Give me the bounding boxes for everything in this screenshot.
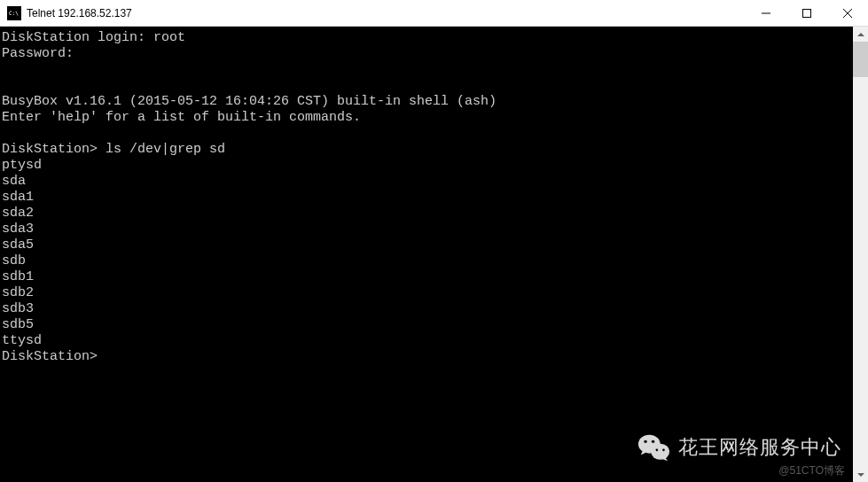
window-controls <box>746 0 868 26</box>
scrollbar-down-button[interactable] <box>853 467 868 482</box>
svg-marker-7 <box>857 473 864 477</box>
svg-line-5 <box>843 9 852 18</box>
terminal-output[interactable]: DiskStation login: root Password: BusyBo… <box>0 27 853 482</box>
scrollbar-up-button[interactable] <box>853 27 868 42</box>
vertical-scrollbar[interactable] <box>853 27 868 482</box>
svg-marker-6 <box>857 33 864 36</box>
cmd-icon: C:\ <box>7 6 21 20</box>
svg-text:C:\: C:\ <box>9 10 19 16</box>
terminal-window: C:\ Telnet 192.168.52.137 DiskStation lo… <box>0 0 868 482</box>
svg-rect-3 <box>803 9 811 17</box>
content-area: DiskStation login: root Password: BusyBo… <box>0 27 868 482</box>
maximize-button[interactable] <box>786 0 827 26</box>
window-title: Telnet 192.168.52.137 <box>27 7 746 19</box>
titlebar[interactable]: C:\ Telnet 192.168.52.137 <box>0 0 868 27</box>
scrollbar-thumb[interactable] <box>853 42 868 77</box>
minimize-button[interactable] <box>746 0 786 26</box>
svg-line-4 <box>843 9 852 18</box>
close-button[interactable] <box>827 0 868 26</box>
